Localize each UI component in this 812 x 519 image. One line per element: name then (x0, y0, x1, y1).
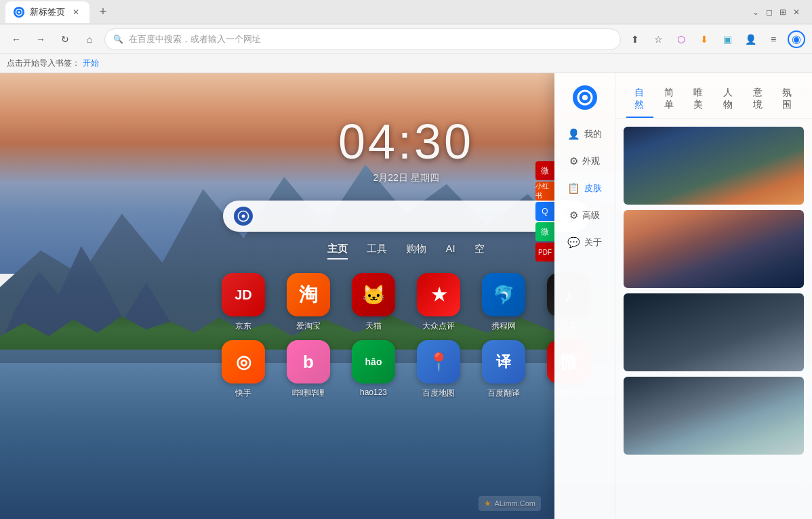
app-baidumap[interactable]: 📍 百度地图 (411, 340, 466, 399)
app-kuaishou[interactable]: ◎ 快手 (216, 340, 270, 399)
screen-icon[interactable]: ▣ (718, 30, 736, 48)
home-button[interactable]: ⌂ (80, 30, 99, 49)
download-icon[interactable]: ⬇ (695, 30, 713, 48)
panel-menu-advanced-label: 高级 (582, 209, 600, 222)
weibo-float-btn[interactable]: 微 (535, 161, 554, 180)
svg-point-1 (18, 11, 20, 13)
panel-images (615, 119, 812, 519)
nav-tabs: 主页 工具 购物 AI 空 (327, 243, 484, 260)
extension-icon[interactable]: ⬡ (672, 30, 690, 48)
xiaohongshu-float-btn[interactable]: 小红书 (535, 182, 554, 201)
advanced-icon: ⚙ (569, 209, 578, 222)
clock-container: 04:30 2月22日 星期四 (338, 114, 474, 184)
nav-tab-shopping[interactable]: 购物 (406, 243, 426, 260)
tab-favicon (14, 7, 24, 18)
app-label-bilibili: 哔哩哔哩 (292, 388, 325, 399)
wechat-float-btn[interactable]: 微 (535, 222, 554, 241)
skin-icon: 📋 (567, 182, 580, 194)
bookmark-bar: 点击开始导入书签： 开始 (0, 54, 812, 73)
active-tab[interactable]: 新标签页 ✕ (5, 1, 89, 23)
browser-content: 04:30 2月22日 星期四 🔍 主页 工具 购物 AI 空 (0, 73, 812, 519)
share-icon[interactable]: ⬆ (626, 30, 644, 48)
app-hao123[interactable]: hāo hao123 (346, 340, 401, 399)
app-bilibili[interactable]: b 哔哩哔哩 (281, 340, 336, 399)
skin-image-2[interactable] (624, 210, 804, 288)
app-label-dianping: 大众点评 (422, 320, 455, 332)
forward-button[interactable]: → (31, 30, 50, 49)
app-label-hao123: hao123 (360, 388, 387, 397)
app-icon-baidufanyi: 译 (482, 340, 525, 383)
skin-image-3[interactable] (624, 293, 804, 371)
panel-tab-simple[interactable]: 简单 (656, 81, 683, 118)
app-icon-baidumap: 📍 (417, 340, 460, 383)
nav-tab-tools[interactable]: 工具 (367, 243, 387, 260)
pdf-float-btn[interactable]: PDF (535, 243, 554, 262)
app-label-baidufanyi: 百度翻译 (487, 388, 520, 399)
app-ctrip[interactable]: 🐬 携程网 (476, 273, 531, 332)
panel-tab-natural[interactable]: 自然 (626, 81, 653, 118)
watermark-text: ALimm.Com (494, 499, 535, 507)
app-label-tmall: 天猫 (365, 320, 382, 332)
address-bar[interactable]: 🔍 在百度中搜索，或者输入一个网址 (104, 28, 621, 50)
refresh-button[interactable]: ↻ (56, 30, 75, 49)
app-dianping[interactable]: ★ 大众点评 (411, 273, 466, 332)
panel-tab-atmosphere[interactable]: 氛围 (774, 81, 801, 118)
baidu-logo (234, 207, 253, 226)
search-container: 🔍 (223, 201, 589, 232)
svg-point-5 (582, 95, 588, 100)
new-tab-button[interactable]: + (94, 3, 113, 22)
panel-tab-aesthetic[interactable]: 唯美 (685, 81, 712, 118)
panel-menu-appearance-label: 外观 (582, 155, 600, 167)
app-label-ctrip: 携程网 (491, 320, 516, 332)
app-baidufanyi[interactable]: 译 百度翻译 (476, 340, 531, 399)
app-taobao[interactable]: 淘 爱淘宝 (281, 273, 336, 332)
nav-tab-ai[interactable]: AI (445, 243, 455, 260)
search-icon: 🔍 (113, 35, 123, 44)
panel-menu-skin-label: 皮肤 (584, 182, 602, 194)
app-jd[interactable]: JD 京东 (216, 273, 270, 332)
panel-menu-mine-label: 我的 (584, 128, 602, 140)
panel-tab-people[interactable]: 人物 (715, 81, 742, 118)
svg-point-2 (242, 215, 245, 218)
nav-tab-empty[interactable]: 空 (474, 243, 485, 260)
panel-menu-appearance[interactable]: ⚙ 外观 (558, 149, 612, 173)
panel-menu-skin[interactable]: 📋 皮肤 (558, 176, 612, 201)
panel-menu-advanced[interactable]: ⚙ 高级 (558, 203, 612, 228)
watermark: ★ ALimm.Com (479, 496, 541, 511)
browser-logo[interactable]: ◉ (788, 30, 805, 48)
skin-image-4[interactable] (624, 377, 804, 455)
clock-date: 2月22日 星期四 (338, 172, 474, 184)
app-icon-bilibili: b (287, 340, 330, 383)
app-tmall[interactable]: 🐱 天猫 (346, 273, 401, 332)
floating-sidebar: 微 小红书 Q 微 PDF (535, 161, 554, 262)
apps-row-1: JD 京东 淘 爱淘宝 🐱 天猫 ★ 大众点评 (216, 273, 596, 332)
restore-button[interactable]: ◻ (765, 7, 774, 17)
panel-tab-mood[interactable]: 意境 (745, 81, 772, 118)
panel-logo (571, 84, 598, 111)
bookmark-start-link[interactable]: 开始 (83, 58, 99, 69)
tab-title: 新标签页 (30, 6, 65, 18)
panel-content: 自然 简单 唯美 人物 意境 氛围 (615, 73, 812, 519)
account-icon[interactable]: 👤 (742, 30, 759, 48)
search-box[interactable]: 🔍 (223, 201, 589, 232)
settings-panel: 👤 我的 ⚙ 外观 📋 皮肤 ⚙ 高级 💬 关于 (554, 73, 812, 519)
panel-menu-about[interactable]: 💬 关于 (558, 230, 612, 255)
panel-tabs: 自然 简单 唯美 人物 意境 氛围 (615, 73, 812, 119)
close-button[interactable]: ✕ (792, 7, 801, 17)
tab-close-btn[interactable]: ✕ (70, 7, 81, 18)
back-button[interactable]: ← (7, 30, 26, 49)
app-icon-kuaishou: ◎ (222, 340, 265, 383)
app-icon-dianping: ★ (417, 273, 460, 316)
window-spacer: ⌄ ◻ ⊞ ✕ (117, 7, 807, 17)
star-icon[interactable]: ☆ (649, 30, 667, 48)
minimize-button[interactable]: ⌄ (751, 7, 760, 17)
qq-float-btn[interactable]: Q (535, 202, 554, 221)
panel-menu-mine[interactable]: 👤 我的 (558, 122, 612, 146)
apps-grid: JD 京东 淘 爱淘宝 🐱 天猫 ★ 大众点评 (216, 273, 596, 399)
nav-tab-home[interactable]: 主页 (327, 243, 348, 260)
mine-icon: 👤 (567, 128, 580, 140)
skin-image-1[interactable] (624, 127, 804, 205)
panel-menu-about-label: 关于 (584, 236, 602, 249)
maximize-button[interactable]: ⊞ (778, 7, 788, 17)
menu-icon[interactable]: ≡ (765, 30, 782, 48)
